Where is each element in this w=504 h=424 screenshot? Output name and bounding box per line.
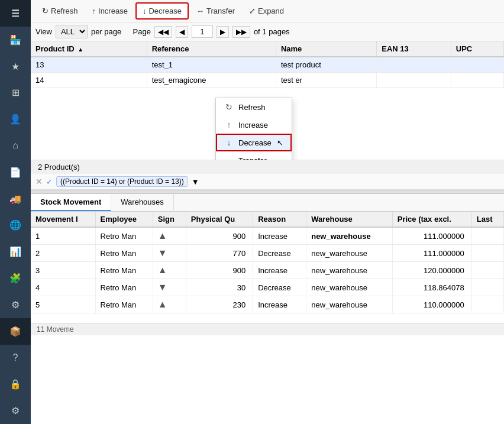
product-table-area: Product ID ▲ Reference Name EAN 13 UPC 1… — [31, 41, 504, 160]
col-sign[interactable]: Sign — [153, 212, 186, 227]
table-row[interactable]: 14 test_emagicone test er — [31, 73, 504, 88]
last-page-button[interactable]: ▶▶ — [232, 26, 250, 38]
table-row[interactable]: 13 test_1 test product — [31, 57, 504, 73]
col-reason[interactable]: Reason — [253, 212, 306, 227]
tab-stock-movement-label: Stock Movement — [40, 198, 101, 206]
prev-page-button[interactable]: ◀ — [176, 26, 188, 38]
cell-reason: Decrease — [253, 279, 306, 296]
cell-movement-id: 5 — [31, 296, 95, 313]
cell-warehouse: new_warehouse — [306, 227, 393, 245]
expand-button[interactable]: ⤢ Expand — [243, 3, 290, 19]
first-page-button[interactable]: ◀◀ — [154, 26, 172, 38]
dropdown-transfer[interactable]: ↔ Transfer — [216, 151, 292, 160]
cell-price: 118.864078 — [392, 279, 471, 296]
increase-label: Increase — [98, 7, 128, 15]
refresh-icon: ↻ — [42, 7, 49, 15]
cell-employee: Retro Man — [95, 279, 153, 296]
user-icon[interactable]: 👤 — [0, 106, 31, 132]
home-icon[interactable]: ⌂ — [0, 132, 31, 159]
dropdown-increase[interactable]: ↑ Increase — [216, 116, 292, 134]
cell-last — [471, 245, 503, 262]
puzzle-icon[interactable]: 🧩 — [0, 265, 31, 292]
filter-close-button[interactable]: ✕ — [35, 177, 43, 186]
cell-qty: 900 — [186, 227, 253, 245]
filter-bar: ✕ ✓ ((Product ID = 14) or (Product ID = … — [31, 174, 504, 190]
decrease-button[interactable]: ↓ Decrease — [135, 2, 189, 20]
cell-employee: Retro Man — [95, 227, 153, 245]
inventory-icon[interactable]: 📦 — [0, 318, 31, 345]
chart-icon[interactable]: 📊 — [0, 238, 31, 265]
sliders-icon[interactable]: ⚙ — [0, 292, 31, 318]
layers-icon[interactable]: ⊞ — [0, 79, 31, 106]
cell-last — [471, 262, 503, 279]
cell-movement-id: 1 — [31, 227, 95, 245]
per-page-select[interactable]: ALL 10 25 50 — [56, 25, 88, 38]
col-last[interactable]: Last — [471, 212, 503, 227]
product-count: 2 Product(s) — [38, 163, 80, 171]
cell-upc — [451, 57, 503, 73]
dropdown-increase-icon: ↑ — [224, 120, 234, 130]
table-row[interactable]: 3 Retro Man ▲ 900 Increase new_warehouse… — [31, 262, 504, 279]
product-count-row: 2 Product(s) — [31, 160, 504, 174]
per-page-label: per page — [91, 27, 121, 36]
cell-qty: 230 — [186, 296, 253, 313]
col-employee[interactable]: Employee — [95, 212, 153, 227]
table-row[interactable]: 5 Retro Man ▲ 230 Increase new_warehouse… — [31, 296, 504, 313]
refresh-label: Refresh — [51, 7, 78, 15]
cell-reference: test_emagicone — [147, 73, 276, 88]
expand-icon: ⤢ — [249, 7, 256, 15]
col-price[interactable]: Price (tax excl. — [392, 212, 471, 227]
settings-icon[interactable]: ⚙ — [0, 397, 31, 424]
lock-icon[interactable]: 🔒 — [0, 371, 31, 397]
col-upc[interactable]: UPC — [451, 41, 503, 57]
help-icon[interactable]: ? — [0, 345, 31, 371]
dropdown-refresh[interactable]: ↻ Refresh — [216, 98, 292, 116]
cell-warehouse: new_warehouse — [306, 279, 393, 296]
filter-check-button[interactable]: ✓ — [46, 177, 53, 186]
col-name[interactable]: Name — [276, 41, 376, 57]
cell-price: 110.000000 — [392, 296, 471, 313]
col-warehouse[interactable]: Warehouse — [306, 212, 393, 227]
col-product-id[interactable]: Product ID ▲ — [31, 41, 147, 57]
cell-product-id: 14 — [31, 73, 147, 88]
tab-warehouses[interactable]: Warehouses — [111, 194, 174, 211]
tab-warehouses-label: Warehouses — [121, 198, 164, 206]
star-icon[interactable]: ★ — [0, 53, 31, 80]
menu-icon[interactable]: ☰ — [0, 0, 31, 27]
product-table: Product ID ▲ Reference Name EAN 13 UPC 1… — [31, 41, 504, 88]
dropdown-refresh-label: Refresh — [238, 103, 266, 112]
context-dropdown: ↻ Refresh ↑ Increase ↓ Decrease ↖ ↔ Tran… — [215, 98, 292, 160]
store-icon[interactable]: 🏪 — [0, 27, 31, 53]
sidebar: ☰ 🏪 ★ ⊞ 👤 ⌂ 📄 🚚 🌐 📊 🧩 ⚙ 📦 ? 🔒 ⚙ — [0, 0, 31, 424]
globe-icon[interactable]: 🌐 — [0, 212, 31, 239]
cell-warehouse: new_warehouse — [306, 296, 393, 313]
cell-upc — [451, 73, 503, 88]
col-physical-qty[interactable]: Physical Qu — [186, 212, 253, 227]
cell-name: test product — [276, 57, 376, 73]
table-row[interactable]: 2 Retro Man ▼ 770 Decrease new_warehouse… — [31, 245, 504, 262]
page-label: Page — [133, 27, 151, 36]
filter-dropdown-icon[interactable]: ▼ — [192, 177, 199, 186]
page-number-input[interactable] — [192, 25, 213, 38]
tab-stock-movement[interactable]: Stock Movement — [31, 194, 111, 211]
increase-button[interactable]: ↑ Increase — [86, 3, 134, 19]
dropdown-decrease[interactable]: ↓ Decrease ↖ — [216, 134, 292, 151]
col-reference[interactable]: Reference — [147, 41, 276, 57]
cell-sign: ▲ — [153, 227, 186, 245]
table-row[interactable]: 4 Retro Man ▼ 30 Decrease new_warehouse … — [31, 279, 504, 296]
col-ean13[interactable]: EAN 13 — [377, 41, 451, 57]
transfer-button[interactable]: ↔ Transfer — [190, 3, 241, 19]
next-page-button[interactable]: ▶ — [217, 26, 229, 38]
cell-employee: Retro Man — [95, 262, 153, 279]
transfer-label: Transfer — [206, 7, 235, 15]
filter-condition: ((Product ID = 14) or (Product ID = 13)) — [56, 176, 188, 187]
view-label: View — [35, 27, 52, 36]
col-movement-id[interactable]: Movement I — [31, 212, 95, 227]
doc-icon[interactable]: 📄 — [0, 159, 31, 186]
cell-ean13 — [377, 73, 451, 88]
refresh-button[interactable]: ↻ Refresh — [35, 3, 85, 19]
table-row[interactable]: 1 Retro Man ▲ 900 Increase new_warehouse… — [31, 227, 504, 245]
cell-sign: ▲ — [153, 296, 186, 313]
dropdown-transfer-label: Transfer — [238, 156, 267, 160]
truck-icon[interactable]: 🚚 — [0, 186, 31, 212]
